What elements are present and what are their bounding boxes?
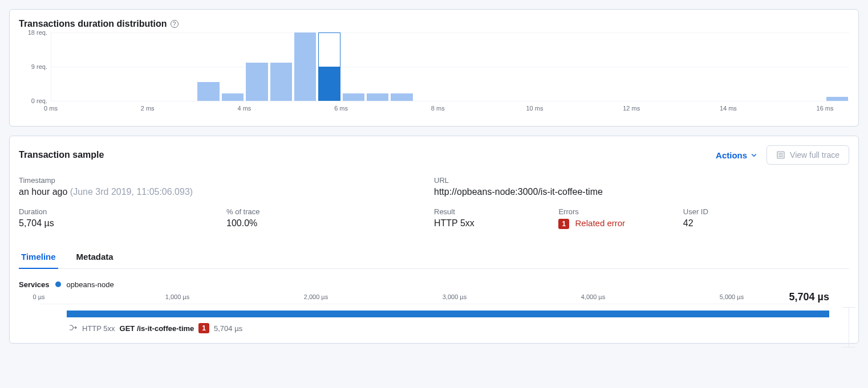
lane-bracket xyxy=(849,307,849,348)
histogram-bar[interactable] xyxy=(826,97,848,101)
span-merge-icon xyxy=(68,323,78,334)
sample-tabs: Timeline Metadata xyxy=(19,246,849,269)
timeline-tick: 5,000 µs xyxy=(720,293,744,300)
histogram-x-tick: 2 ms xyxy=(141,105,155,112)
error-count-badge: 1 xyxy=(558,219,569,229)
histogram-x-tick: 4 ms xyxy=(237,105,251,112)
histogram-bar-selected-fill[interactable] xyxy=(318,67,340,101)
histogram-y-tick: 9 req. xyxy=(31,63,51,70)
tab-timeline[interactable]: Timeline xyxy=(19,246,58,268)
histogram-y-axis: 18 req.9 req.0 req. xyxy=(19,32,51,101)
related-error-link[interactable]: Related error xyxy=(575,218,626,228)
histogram-bar[interactable] xyxy=(343,93,364,101)
sample-title: Transaction sample xyxy=(19,150,707,160)
histogram-x-tick: 10 ms xyxy=(526,105,543,112)
meta-errors: Errors 1 Related error xyxy=(558,207,683,229)
sample-header: Transaction sample Actions View full tra… xyxy=(19,145,849,165)
histogram-x-tick: 0 ms xyxy=(44,105,58,112)
result-label: Result xyxy=(434,207,545,216)
timeline-total: 5,704 µs xyxy=(789,291,829,303)
span-bar[interactable] xyxy=(67,311,829,317)
span-name[interactable]: GET /is-it-coffee-time xyxy=(120,324,194,333)
timeline-grid xyxy=(39,304,829,309)
span-label-row: HTTP 5xx GET /is-it-coffee-time 1 5,704 … xyxy=(39,323,829,334)
histogram-bar[interactable] xyxy=(197,82,219,101)
histogram-y-tick: 0 req. xyxy=(31,97,51,104)
help-icon[interactable]: ? xyxy=(171,20,179,28)
span-lane[interactable] xyxy=(39,311,829,318)
services-label: Services xyxy=(19,280,50,289)
meta-url: URL http://opbeans-node:3000/is-it-coffe… xyxy=(434,176,849,197)
timeline-tick: 3,000 µs xyxy=(443,293,467,300)
view-full-trace-button[interactable]: View full trace xyxy=(766,145,849,165)
timeline-tick: 4,000 µs xyxy=(581,293,605,300)
histogram-bar[interactable] xyxy=(222,93,244,101)
timeline-lane: HTTP 5xx GET /is-it-coffee-time 1 5,704 … xyxy=(39,311,829,334)
histogram-plot[interactable] xyxy=(51,32,849,101)
pct-value: 100.0% xyxy=(226,218,420,228)
histogram-title-text: Transactions duration distribution xyxy=(19,19,167,29)
histogram-x-tick: 8 ms xyxy=(431,105,445,112)
histogram-x-tick: 6 ms xyxy=(334,105,348,112)
meta-result: Result HTTP 5xx xyxy=(434,207,558,229)
errors-label: Errors xyxy=(558,207,669,216)
histogram-body: 18 req.9 req.0 req. xyxy=(19,32,849,101)
timeline-area: 5,704 µs 0 µs1,000 µs2,000 µs3,000 µs4,0… xyxy=(39,293,829,334)
meta-pct: % of trace 100.0% xyxy=(226,207,434,229)
errors-value: 1 Related error xyxy=(558,218,669,229)
trace-button-label: View full trace xyxy=(790,150,839,160)
histogram-y-tick: 18 req. xyxy=(28,29,51,36)
histogram-x-axis: 0 ms2 ms4 ms6 ms8 ms10 ms12 ms14 ms16 ms xyxy=(51,101,849,117)
histogram-bar[interactable] xyxy=(246,63,267,101)
trace-icon xyxy=(776,150,785,160)
service-name: opbeans-node xyxy=(67,280,114,289)
meta-duration: Duration 5,704 µs xyxy=(19,207,226,229)
transaction-sample-panel: Transaction sample Actions View full tra… xyxy=(9,136,859,344)
actions-dropdown[interactable]: Actions xyxy=(716,150,757,160)
userid-value: 42 xyxy=(683,218,835,228)
meta-userid: User ID 42 xyxy=(683,207,849,229)
histogram-bars xyxy=(51,32,849,101)
timeline-tick: 0 µs xyxy=(33,293,44,300)
histogram-x-tick: 16 ms xyxy=(817,105,834,112)
span-http-status: HTTP 5xx xyxy=(82,324,115,333)
meta-timestamp: Timestamp an hour ago (June 3rd 2019, 11… xyxy=(19,176,434,197)
meta-row-2: Duration 5,704 µs % of trace 100.0% Resu… xyxy=(19,207,849,239)
services-legend: Services opbeans-node xyxy=(19,280,849,289)
service-color-dot xyxy=(55,281,61,287)
histogram-bar[interactable] xyxy=(270,63,292,101)
timestamp-value: an hour ago (June 3rd 2019, 11:05:06.093… xyxy=(19,187,420,197)
timestamp-relative: an hour ago xyxy=(19,187,67,197)
chevron-down-icon xyxy=(751,152,757,158)
timestamp-absolute: (June 3rd 2019, 11:05:06.093) xyxy=(70,187,193,197)
span-error-badge: 1 xyxy=(198,323,209,333)
result-value: HTTP 5xx xyxy=(434,218,545,228)
url-value: http://opbeans-node:3000/is-it-coffee-ti… xyxy=(434,187,835,197)
span-duration: 5,704 µs xyxy=(214,324,242,333)
pct-label: % of trace xyxy=(226,207,420,216)
timeline-ruler: 5,704 µs 0 µs1,000 µs2,000 µs3,000 µs4,0… xyxy=(39,293,829,304)
histogram-x-tick: 12 ms xyxy=(623,105,640,112)
histogram-bar[interactable] xyxy=(367,93,388,101)
duration-label: Duration xyxy=(19,207,213,216)
url-label: URL xyxy=(434,176,835,185)
meta-row-1: Timestamp an hour ago (June 3rd 2019, 11… xyxy=(19,176,849,207)
userid-label: User ID xyxy=(683,207,835,216)
timeline-tick: 1,000 µs xyxy=(165,293,189,300)
duration-value: 5,704 µs xyxy=(19,218,213,228)
timestamp-label: Timestamp xyxy=(19,176,420,185)
histogram-bar[interactable] xyxy=(294,32,316,101)
histogram-panel: Transactions duration distribution ? 18 … xyxy=(9,9,859,126)
histogram-x-tick: 14 ms xyxy=(720,105,737,112)
timeline-tick: 2,000 µs xyxy=(304,293,328,300)
histogram-title: Transactions duration distribution ? xyxy=(19,19,849,29)
histogram-bar[interactable] xyxy=(391,93,412,101)
actions-label: Actions xyxy=(716,150,747,160)
tab-metadata[interactable]: Metadata xyxy=(74,246,116,268)
